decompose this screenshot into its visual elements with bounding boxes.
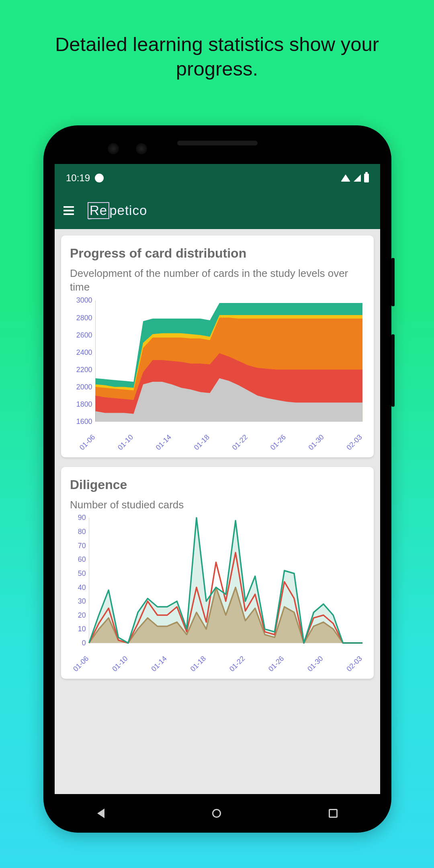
svg-text:01-22: 01-22 [231, 433, 249, 450]
svg-text:70: 70 [78, 542, 86, 550]
svg-text:30: 30 [78, 597, 86, 605]
svg-text:60: 60 [78, 555, 86, 563]
app-bar: →Re←petico [55, 192, 380, 229]
svg-text:01-30: 01-30 [307, 433, 326, 450]
phone-screen: 10:19 →Re←petico Progress of card distri… [55, 164, 380, 794]
phone-frame: 10:19 →Re←petico Progress of card distri… [43, 125, 391, 833]
svg-text:2800: 2800 [76, 313, 92, 321]
svg-text:01-14: 01-14 [149, 654, 168, 671]
phone-sensor [136, 143, 147, 154]
svg-text:01-26: 01-26 [269, 433, 287, 450]
status-bar: 10:19 [55, 164, 380, 192]
area-chart: 1600180020002200240026002800300001-0601-… [70, 297, 365, 450]
cell-signal-icon [354, 174, 361, 182]
phone-power-button [391, 258, 395, 306]
line-chart: 010203040506070809001-0601-1001-1401-180… [70, 515, 365, 671]
card-subtitle: Development of the number of cards in th… [70, 266, 365, 294]
nav-home-button[interactable] [212, 809, 221, 818]
svg-text:0: 0 [82, 639, 86, 647]
wifi-icon [341, 174, 350, 182]
content-area: Progress of card distribution Developmen… [55, 229, 380, 695]
svg-text:01-14: 01-14 [154, 433, 173, 450]
promo-title: Detailed learning statistics show your p… [0, 0, 434, 82]
svg-text:1600: 1600 [76, 418, 92, 426]
svg-text:40: 40 [78, 583, 86, 591]
svg-text:10: 10 [78, 625, 86, 633]
svg-text:50: 50 [78, 569, 86, 577]
app-logo: →Re←petico [88, 202, 147, 219]
svg-text:1800: 1800 [76, 400, 92, 408]
status-time: 10:19 [66, 172, 90, 184]
svg-text:01-10: 01-10 [111, 654, 129, 671]
svg-text:2600: 2600 [76, 331, 92, 339]
svg-text:2400: 2400 [76, 348, 92, 356]
battery-icon [364, 174, 369, 182]
svg-text:20: 20 [78, 611, 86, 619]
svg-text:2200: 2200 [76, 365, 92, 373]
svg-text:01-26: 01-26 [267, 654, 285, 671]
svg-text:3000: 3000 [76, 297, 92, 304]
card-progress-distribution: Progress of card distribution Developmen… [61, 235, 374, 457]
svg-text:01-18: 01-18 [189, 654, 207, 671]
svg-text:01-06: 01-06 [78, 433, 96, 450]
svg-text:01-22: 01-22 [228, 654, 246, 671]
svg-text:2000: 2000 [76, 383, 92, 391]
svg-text:01-06: 01-06 [72, 654, 90, 671]
svg-text:01-30: 01-30 [306, 654, 324, 671]
nav-back-button[interactable] [97, 809, 104, 818]
android-nav-bar [43, 802, 391, 825]
card-title: Diligence [70, 477, 365, 492]
menu-button[interactable] [63, 206, 74, 215]
app-notification-icon [95, 174, 104, 182]
card-diligence: Diligence Number of studied cards 010203… [61, 467, 374, 679]
chart-diligence: 010203040506070809001-0601-1001-1401-180… [70, 515, 365, 671]
nav-recent-button[interactable] [329, 809, 338, 818]
phone-volume-button [391, 334, 395, 407]
phone-camera [108, 143, 119, 154]
svg-text:01-18: 01-18 [192, 433, 211, 450]
svg-text:02-03: 02-03 [345, 654, 363, 671]
svg-text:90: 90 [78, 515, 86, 522]
card-subtitle: Number of studied cards [70, 498, 365, 512]
phone-speaker [177, 141, 258, 145]
chart-progress: 1600180020002200240026002800300001-0601-… [70, 297, 365, 450]
svg-text:02-03: 02-03 [345, 433, 363, 450]
svg-text:80: 80 [78, 528, 86, 536]
svg-text:01-10: 01-10 [116, 433, 135, 450]
card-title: Progress of card distribution [70, 246, 365, 261]
